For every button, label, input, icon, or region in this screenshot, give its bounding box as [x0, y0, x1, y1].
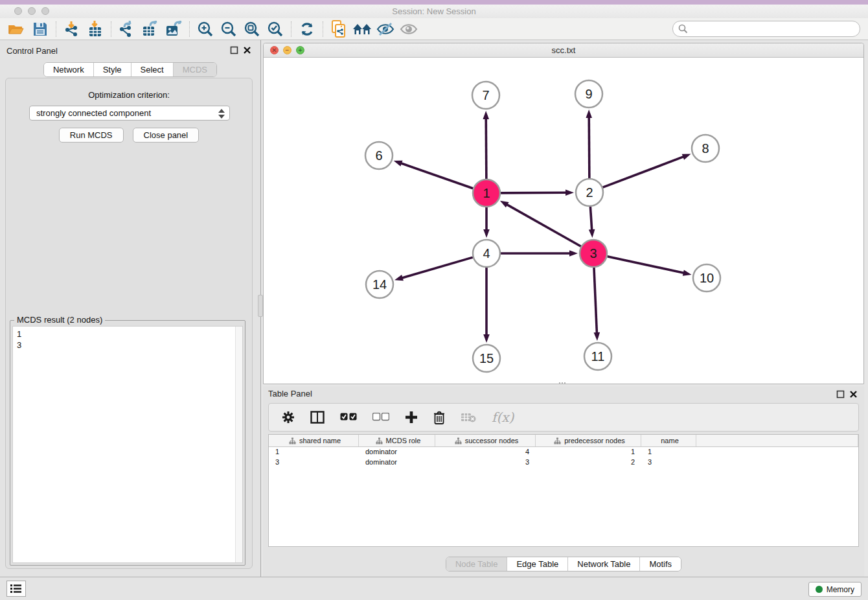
tab-select[interactable]: Select: [131, 63, 174, 76]
edge-3-1[interactable]: [506, 204, 580, 246]
column-header-predecessor-nodes[interactable]: predecessor nodes: [536, 435, 641, 446]
network-graph[interactable]: 7968124314101511: [264, 58, 863, 384]
delete-column-trash-icon[interactable]: [433, 411, 445, 424]
table-cell[interactable]: 3: [435, 457, 536, 468]
import-table-button[interactable]: [84, 20, 107, 38]
tab-style[interactable]: Style: [94, 63, 131, 76]
edge-4-14[interactable]: [402, 257, 473, 278]
panel-divider-handle[interactable]: [258, 295, 263, 317]
run-mcds-button[interactable]: Run MCDS: [59, 128, 124, 143]
select-all-columns-icon[interactable]: [340, 413, 357, 422]
edge-2-9[interactable]: [589, 117, 589, 178]
table-cell[interactable]: 1: [641, 447, 696, 457]
table-header-row[interactable]: shared nameMCDS rolesuccessor nodesprede…: [269, 435, 858, 447]
edge-2-8[interactable]: [603, 156, 685, 187]
column-header-successor-nodes[interactable]: successor nodes: [435, 435, 536, 446]
mcds-result-list[interactable]: 13: [12, 326, 243, 563]
table-body[interactable]: 1dominator4113dominator323: [269, 447, 858, 468]
result-scrollbar[interactable]: [235, 327, 242, 562]
table-row[interactable]: 3dominator323: [269, 457, 858, 468]
float-panel-icon[interactable]: [230, 46, 238, 54]
table-cell[interactable]: dominator: [359, 457, 435, 468]
close-panel-icon[interactable]: [243, 46, 251, 54]
edge-1-6[interactable]: [400, 163, 473, 189]
table-panel-mode-icon[interactable]: [310, 411, 325, 424]
zoom-selected-button[interactable]: [264, 20, 287, 38]
zoom-fit-button[interactable]: [240, 20, 264, 38]
network-canvas[interactable]: 7968124314101511: [264, 58, 863, 384]
criterion-dropdown[interactable]: strongly connected component: [29, 106, 230, 121]
first-neighbors-houses-icon: [352, 22, 372, 36]
table-cell[interactable]: 3: [641, 457, 696, 468]
node-table[interactable]: shared nameMCDS rolesuccessor nodesprede…: [268, 434, 859, 547]
delete-table-icon[interactable]: [461, 412, 476, 422]
desktop-strip: [0, 0, 868, 5]
edge-arrowhead: [682, 154, 691, 160]
search-input[interactable]: [672, 21, 860, 37]
add-column-icon[interactable]: [405, 411, 418, 424]
table-cell[interactable]: 3: [269, 457, 359, 468]
mcds-result-item[interactable]: 3: [17, 340, 242, 351]
edge-3-10[interactable]: [607, 257, 684, 273]
window-resize-grip[interactable]: [559, 382, 567, 386]
import-network-button[interactable]: [60, 20, 84, 38]
node-label-10: 10: [700, 271, 714, 285]
node-label-15: 15: [479, 351, 494, 365]
edge-3-11[interactable]: [594, 268, 597, 334]
tab-network[interactable]: Network: [44, 63, 94, 76]
table-tab-motifs[interactable]: Motifs: [640, 557, 681, 571]
column-header-name[interactable]: name: [641, 435, 696, 446]
deselect-all-columns-icon[interactable]: [372, 413, 389, 422]
edge-2-3[interactable]: [590, 207, 591, 231]
table-tab-edge-table[interactable]: Edge Table: [507, 557, 568, 571]
column-header-MCDS-role[interactable]: MCDS role: [359, 435, 435, 446]
show-task-history-button[interactable]: [6, 581, 26, 597]
save-session-button[interactable]: [29, 20, 52, 38]
open-session-button[interactable]: [5, 20, 29, 38]
memory-status-icon: [816, 586, 823, 593]
mcds-result-item[interactable]: 1: [17, 329, 242, 340]
close-table-panel-icon[interactable]: [849, 390, 858, 398]
table-cell[interactable]: dominator: [359, 447, 435, 457]
memory-button[interactable]: Memory: [808, 582, 862, 597]
export-table-button[interactable]: [139, 20, 162, 38]
table-tab-node-table[interactable]: Node Table: [446, 557, 508, 571]
float-table-panel-icon[interactable]: [836, 390, 845, 398]
export-network-button[interactable]: [115, 20, 139, 38]
app-title: Session: New Session: [0, 6, 868, 16]
show-all-button[interactable]: [397, 20, 420, 38]
table-row[interactable]: 1dominator411: [269, 447, 858, 457]
table-tab-network-table[interactable]: Network Table: [568, 557, 640, 571]
export-image-button[interactable]: [162, 20, 185, 38]
table-tabs-row: Node TableEdge TableNetwork TableMotifs: [263, 557, 864, 571]
function-builder-icon[interactable]: f(x): [492, 410, 514, 425]
tab-mcds[interactable]: MCDS: [174, 63, 216, 76]
network-view-window: ✕ − + scc.txt 7968124314101511: [263, 43, 864, 384]
toolbar-separator: [189, 21, 190, 37]
table-cell[interactable]: 1: [269, 447, 359, 457]
save-floppy-icon: [32, 21, 48, 37]
edge-1-2[interactable]: [501, 192, 567, 193]
column-settings-gear-icon[interactable]: [282, 411, 295, 424]
edge-arrowhead: [500, 201, 509, 208]
refresh-button[interactable]: [295, 20, 319, 38]
table-panel-title: Table Panel: [268, 389, 312, 398]
first-neighbors-button[interactable]: [350, 20, 374, 38]
status-bar: Memory: [0, 577, 868, 600]
zoom-fit-icon: [244, 21, 260, 38]
network-window-titlebar[interactable]: ✕ − + scc.txt: [264, 43, 863, 58]
control-panel-title: Control Panel: [6, 46, 58, 56]
shared-column-icon: [289, 437, 296, 444]
table-cell[interactable]: 4: [435, 447, 536, 457]
column-header-shared-name[interactable]: shared name: [269, 435, 359, 446]
toolbar-separator: [111, 21, 111, 37]
hide-selected-button[interactable]: [374, 20, 397, 38]
new-network-from-selection-button[interactable]: [327, 20, 350, 38]
edge-1-7[interactable]: [486, 118, 486, 179]
zoom-out-button[interactable]: [217, 20, 240, 38]
mcds-buttons-row: Run MCDS Close panel: [6, 128, 252, 143]
table-cell[interactable]: 1: [536, 447, 641, 457]
close-panel-button[interactable]: Close panel: [133, 128, 200, 143]
zoom-in-button[interactable]: [194, 20, 217, 38]
table-cell[interactable]: 2: [536, 457, 641, 468]
